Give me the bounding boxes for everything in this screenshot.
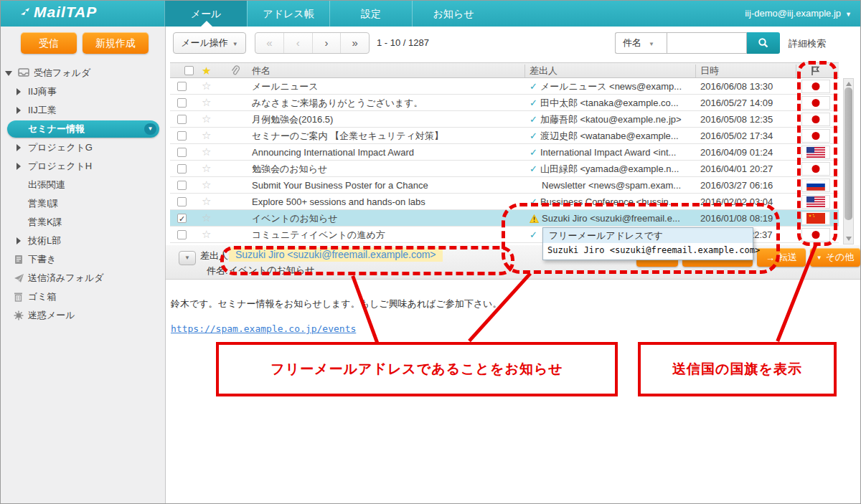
mail-row[interactable]: みなさまご来場ありがとうございます。 田中太郎 <tanaka@example.… <box>170 95 839 111</box>
search-button[interactable] <box>747 32 780 54</box>
collapse-triangle-icon[interactable] <box>17 107 21 114</box>
row-star[interactable] <box>202 146 211 158</box>
tab-settings[interactable]: 設定 <box>329 1 412 27</box>
sidebar-item-eigyou-i[interactable]: 営業I課 <box>1 194 166 213</box>
row-checkbox[interactable] <box>177 131 187 141</box>
row-checkbox[interactable] <box>177 98 187 108</box>
collapse-triangle-icon[interactable] <box>17 237 21 244</box>
subject-column-header[interactable]: 件名 <box>252 63 270 78</box>
folder-label: 下書き <box>28 254 56 265</box>
search-field-select[interactable]: 件名▼ <box>615 32 667 54</box>
row-star[interactable] <box>202 129 211 142</box>
sidebar-item-spam[interactable]: 迷惑メール <box>1 306 166 325</box>
sender-text: Newsletter <news@spam.exam... <box>542 180 681 191</box>
sidebar-item-eigyou-k[interactable]: 営業K課 <box>1 213 166 232</box>
row-checkbox[interactable] <box>177 115 187 124</box>
row-checkbox[interactable] <box>177 197 187 206</box>
sidebar-item-project-h[interactable]: プロジェクトH <box>1 157 166 176</box>
sender-column-header[interactable]: 差出人 <box>530 63 557 78</box>
active-tab-notch <box>201 21 212 27</box>
next-page-button[interactable]: › <box>313 33 342 53</box>
mail-body-link[interactable]: https://spam.example.co.jp/events <box>171 323 356 334</box>
mail-operations-button[interactable]: メール操作▼ <box>173 32 246 54</box>
sidebar-item-drafts[interactable]: 下書き <box>1 250 166 269</box>
list-scrollbar[interactable] <box>843 78 854 244</box>
folder-menu-arrow-icon[interactable]: ▼ <box>144 123 156 135</box>
sidebar-item-iij-shouji[interactable]: IIJ商事 <box>1 82 166 101</box>
tab-news[interactable]: お知らせ <box>412 1 494 27</box>
search-icon <box>758 37 769 49</box>
row-checkbox[interactable] <box>177 148 187 157</box>
compose-button[interactable]: 新規作成 <box>83 32 149 54</box>
scrollbar-thumb[interactable] <box>844 87 852 220</box>
sidebar: 受信 新規作成 受信フォルダ IIJ商事 IIJ工業 セミナー情報▼ プロジェク… <box>1 27 166 504</box>
tab-addressbook[interactable]: アドレス帳 <box>247 1 329 27</box>
collapse-triangle-icon[interactable] <box>17 144 21 151</box>
row-star[interactable] <box>202 80 211 92</box>
read-check-icon <box>530 130 540 141</box>
mail-subject: Submit Your Business Poster for a Chance <box>252 177 523 194</box>
row-checkbox[interactable] <box>177 164 187 173</box>
row-checkbox[interactable] <box>177 82 187 91</box>
row-star[interactable] <box>202 162 211 175</box>
date-column-header[interactable]: 日時 <box>700 63 719 78</box>
annotation-dashed-box-sender <box>220 246 514 275</box>
sidebar-item-project-g[interactable]: プロジェクトG <box>1 138 166 157</box>
sidebar-item-gijutsu-l[interactable]: 技術L部 <box>1 232 166 250</box>
row-star[interactable] <box>202 195 211 208</box>
receive-button[interactable]: 受信 <box>21 32 77 54</box>
mail-subject: メールニュース <box>252 78 523 95</box>
collapse-triangle-icon[interactable] <box>17 163 21 170</box>
other-label: その他 <box>826 251 855 264</box>
pagination: « ‹ › » <box>255 32 370 54</box>
advanced-search-link[interactable]: 詳細検索 <box>789 37 826 50</box>
row-star[interactable] <box>202 96 211 109</box>
mail-row[interactable]: セミナーのご案内 【企業セキュリティ対策】 渡辺史郎 <watanabe@exa… <box>170 128 839 144</box>
star-column-header[interactable]: ★ <box>202 63 211 78</box>
scroll-up-icon[interactable] <box>846 82 852 86</box>
last-page-button[interactable]: » <box>341 33 369 53</box>
chevron-down-icon: ▼ <box>817 255 822 261</box>
paper-plane-icon <box>14 273 24 283</box>
mail-row[interactable]: 月例勉強会(2016.5) 加藤吾郎 <katou@example.ne.jp>… <box>170 111 839 128</box>
mail-row[interactable]: Announcing International Impact Award In… <box>170 144 839 161</box>
search-input[interactable] <box>667 32 747 54</box>
select-all-checkbox[interactable] <box>184 66 194 75</box>
account-menu[interactable]: iij-demo@iij.example.jp▼ <box>745 1 852 27</box>
mail-row[interactable]: Submit Your Business Poster for a Chance… <box>170 177 839 194</box>
sidebar-item-seminar-info-selected[interactable]: セミナー情報▼ <box>7 120 159 138</box>
sidebar-item-trash[interactable]: ゴミ箱 <box>1 287 166 306</box>
mail-sender: 渡辺史郎 <watanabe@example... <box>530 128 697 144</box>
sidebar-item-inbox-folder[interactable]: 受信フォルダ <box>1 64 166 82</box>
other-actions-button[interactable]: ▼その他 <box>810 248 860 267</box>
folder-label: 営業K課 <box>28 217 62 227</box>
row-checkbox-checked[interactable]: ✓ <box>177 214 187 223</box>
scroll-down-icon[interactable] <box>846 237 852 241</box>
sender-text: メールニュース <news@examp... <box>540 81 682 92</box>
search-field-value: 件名 <box>623 37 641 48</box>
app-logo-text: MailTAP <box>34 4 97 21</box>
sender-text: 渡辺史郎 <watanabe@example... <box>540 130 679 141</box>
row-star[interactable] <box>202 211 211 224</box>
folder-label: ゴミ箱 <box>28 291 57 302</box>
row-star[interactable] <box>202 179 211 191</box>
top-header: MailTAP メール アドレス帳 設定 お知らせ iij-demo@iij.e… <box>1 1 861 27</box>
read-check-icon <box>530 163 540 174</box>
mail-sender: Newsletter <news@spam.exam... <box>530 177 697 194</box>
first-page-button[interactable]: « <box>255 33 284 53</box>
mail-date: 2016/05/08 12:35 <box>700 111 773 128</box>
mail-row[interactable]: メールニュース メールニュース <news@examp... 2016/06/0… <box>170 78 839 95</box>
row-checkbox[interactable] <box>177 230 187 239</box>
collapse-preview-button[interactable]: ▼ <box>179 251 196 265</box>
sidebar-item-iij-kougyou[interactable]: IIJ工業 <box>1 101 166 120</box>
sidebar-item-shucchou[interactable]: 出張関連 <box>1 176 166 194</box>
mail-row[interactable]: 勉強会のお知らせ 山田緑郎 <yamada@example.n... 2016/… <box>170 161 839 177</box>
mail-sender: 田中太郎 <tanaka@example.co... <box>530 95 697 111</box>
row-checkbox[interactable] <box>177 181 187 190</box>
collapse-triangle-icon[interactable] <box>17 88 21 95</box>
row-star[interactable] <box>202 113 211 125</box>
expand-triangle-icon[interactable] <box>5 71 12 76</box>
row-star[interactable] <box>202 228 211 241</box>
prev-page-button[interactable]: ‹ <box>284 33 313 53</box>
sidebar-item-sent[interactable]: 送信済みフォルダ <box>1 269 166 287</box>
